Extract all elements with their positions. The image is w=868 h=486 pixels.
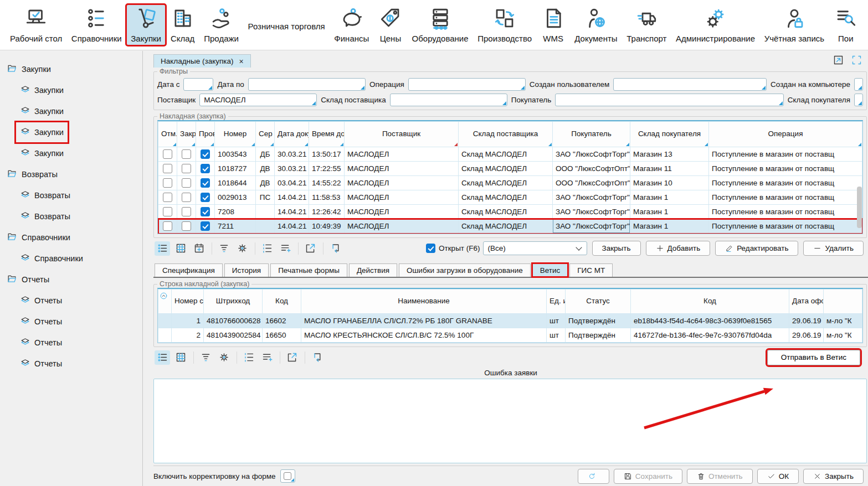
- filter-input[interactable]: [183, 78, 213, 91]
- cell-supplier[interactable]: МАСЛОДЕЛ: [345, 190, 459, 205]
- loop-icon[interactable]: [327, 241, 343, 256]
- table-row[interactable]: 1018727 ДВ 30.03.21 17:22:55 МАСЛОДЕЛ Ск…: [158, 162, 862, 176]
- cell-reg-date[interactable]: 29.06.19: [789, 314, 824, 328]
- close-icon[interactable]: ×: [239, 58, 244, 65]
- cell-buyer-warehouse[interactable]: Магазин 11: [630, 162, 709, 176]
- table-row[interactable]: 7208 14.04.21 12:26:42 МАСЛОДЕЛ Склад МА…: [158, 205, 862, 219]
- column-header[interactable]: [824, 289, 862, 314]
- cell-supplier-warehouse[interactable]: Склад МАСЛОДЕЛ: [459, 147, 553, 162]
- cell-series[interactable]: [256, 205, 275, 219]
- cell-date[interactable]: 03.04.21: [275, 176, 309, 190]
- add-list-icon[interactable]: [278, 241, 293, 256]
- cell-operation[interactable]: Поступление в магазин от поставщ: [709, 162, 862, 176]
- table-row[interactable]: 0029013 ПС 14.04.21 11:58:53 МАСЛОДЕЛ Ск…: [158, 190, 862, 205]
- nav-item[interactable]: Документы: [570, 4, 622, 45]
- filter-input[interactable]: [613, 78, 767, 91]
- column-header[interactable]: Склад поставщика: [459, 122, 553, 147]
- tree-leaf[interactable]: Закупки: [16, 122, 68, 143]
- cell-time[interactable]: 14:55:22: [309, 176, 345, 190]
- cell-code[interactable]: 16602: [263, 314, 301, 328]
- closed-checkbox[interactable]: [182, 193, 191, 202]
- cell-series[interactable]: ДБ: [256, 147, 275, 162]
- cell-date[interactable]: 14.04.21: [275, 190, 309, 205]
- filter-icon[interactable]: [216, 241, 232, 256]
- cell-number[interactable]: 1018727: [215, 162, 256, 176]
- column-header[interactable]: Время докумен: [309, 122, 345, 147]
- posted-checkbox[interactable]: [201, 193, 210, 202]
- gear-icon[interactable]: [216, 350, 232, 365]
- dashed-corners-icon[interactable]: [851, 54, 862, 68]
- filter-input[interactable]: МАСЛОДЕЛ: [199, 94, 317, 106]
- error-box[interactable]: [153, 379, 867, 463]
- popout-icon[interactable]: [833, 54, 844, 68]
- closed-checkbox[interactable]: [182, 164, 191, 173]
- cell-line-number[interactable]: 2: [172, 328, 204, 343]
- marked-checkbox[interactable]: [163, 193, 172, 202]
- posted-checkbox[interactable]: [201, 207, 210, 216]
- document-tab[interactable]: Накладные (закупка) ×: [153, 54, 251, 68]
- tree-leaf[interactable]: Возвраты: [16, 206, 75, 227]
- closed-checkbox[interactable]: [182, 149, 191, 159]
- column-header[interactable]: Сер: [256, 122, 275, 147]
- tree-leaf[interactable]: Справочники: [16, 248, 88, 269]
- marked-checkbox[interactable]: [163, 164, 172, 173]
- filter-input[interactable]: [555, 94, 784, 106]
- filter-input[interactable]: [248, 78, 366, 91]
- send-to-vetis-button[interactable]: Отправить в Ветис: [767, 350, 860, 365]
- footer-button[interactable]: Отменить: [687, 469, 753, 484]
- tree-leaf[interactable]: Закупки: [16, 101, 68, 122]
- cell-number[interactable]: 7208: [215, 205, 256, 219]
- tree-leaf[interactable]: Отчеты: [16, 290, 66, 311]
- adjust-checkbox-field[interactable]: [280, 469, 295, 483]
- adjust-checkbox[interactable]: [284, 472, 291, 480]
- nav-item[interactable]: Производство: [473, 4, 536, 45]
- posted-checkbox[interactable]: [201, 221, 210, 231]
- nav-item[interactable]: Транспорт: [622, 4, 671, 45]
- footer-button[interactable]: Сохранить: [614, 469, 682, 484]
- cell-series[interactable]: ДВ: [256, 162, 275, 176]
- filter-input[interactable]: [854, 94, 863, 106]
- column-header[interactable]: Покупатель: [553, 122, 630, 147]
- detail-tab[interactable]: Действия: [349, 263, 397, 277]
- cell-buyer[interactable]: ЗАО "ЛюксСофтТорг": [553, 205, 630, 219]
- footer-button[interactable]: ОК: [757, 469, 799, 484]
- cell-buyer[interactable]: ЗАО "ЛюксСофтТорг": [553, 219, 630, 234]
- cell-supplier-warehouse[interactable]: Склад МАСЛОДЕЛ: [459, 205, 553, 219]
- column-header[interactable]: Код: [263, 289, 301, 314]
- nav-item[interactable]: Справочники: [67, 4, 126, 45]
- cell-date[interactable]: 14.04.21: [275, 219, 309, 234]
- cell-operation[interactable]: Поступление в магазин от поставщ: [709, 176, 862, 190]
- cell-supplier-warehouse[interactable]: Склад МАСЛОДЕЛ: [459, 190, 553, 205]
- cell-time[interactable]: 13:50:17: [309, 147, 345, 162]
- cell-line-number[interactable]: 1: [172, 314, 204, 328]
- tree-group-header[interactable]: Отчеты: [4, 269, 138, 290]
- table-row[interactable]: 7211 14.04.21 10:49:39 МАСЛОДЕЛ Склад МА…: [158, 219, 862, 234]
- cell-name[interactable]: МАСЛО КРЕСТЬЯНСКОЕ СЛ/СЛ.В/С 72.5% 100Г: [301, 328, 547, 343]
- action-button[interactable]: Удалить: [803, 241, 864, 256]
- cell-reg-date[interactable]: 29.06.19: [789, 328, 824, 343]
- filter-select[interactable]: (Все): [483, 241, 587, 255]
- cell-supplier-warehouse[interactable]: Склад МАСЛОДЕЛ: [459, 162, 553, 176]
- open-filter-checkbox[interactable]: Открыт (F6): [426, 244, 480, 253]
- filter-icon[interactable]: [198, 350, 213, 365]
- cell-time[interactable]: 17:22:55: [309, 162, 345, 176]
- list-view-icon[interactable]: [155, 241, 170, 256]
- nav-item[interactable]: WMS: [537, 4, 570, 45]
- filter-input[interactable]: [854, 78, 863, 91]
- cell-supplier[interactable]: МАСЛОДЕЛ: [345, 176, 459, 190]
- cell-barcode[interactable]: 4810439002584: [204, 328, 263, 343]
- cell-supplier[interactable]: МАСЛОДЕЛ: [345, 219, 459, 234]
- nav-item[interactable]: Оборудование: [408, 4, 473, 45]
- cell-buyer-warehouse[interactable]: Магазин 13: [630, 147, 709, 162]
- cell-operation[interactable]: Поступление в магазин от поставщ: [709, 190, 862, 205]
- cell-name[interactable]: МАСЛО ГРАНАБЕЛЛА СЛ/СЛ.72% РБ 180Г GRANA…: [301, 314, 547, 328]
- cell-supplier-warehouse[interactable]: Склад МАСЛОДЕЛ: [459, 176, 553, 190]
- cell-extra[interactable]: м-ло "К: [824, 314, 862, 328]
- column-header[interactable]: Пров: [196, 122, 215, 147]
- column-header[interactable]: Отм.: [158, 122, 177, 147]
- gear-icon[interactable]: [234, 241, 250, 256]
- cell-operation[interactable]: Поступление в магазин от поставщ: [709, 147, 862, 162]
- cell-number[interactable]: 1018644: [215, 176, 256, 190]
- table-row[interactable]: 1 4810766000628 16602 МАСЛО ГРАНАБЕЛЛА С…: [158, 314, 862, 328]
- cell-extra[interactable]: м-ло "К: [824, 328, 862, 343]
